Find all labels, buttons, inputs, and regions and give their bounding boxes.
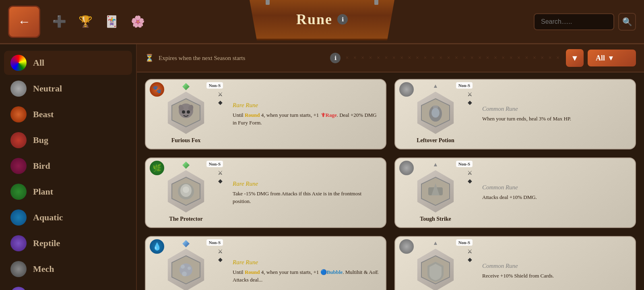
card-hex-4 xyxy=(415,170,457,213)
card-right-icons-3: ⚔ ◆ xyxy=(218,170,223,184)
sidebar-label-aquatic: Aquatic xyxy=(33,212,63,223)
search-input[interactable] xyxy=(534,13,614,30)
sidebar-item-plant[interactable]: Plant xyxy=(4,180,132,204)
card-description-furious-fox: Until Round 4, when your turn starts, +1… xyxy=(233,111,379,127)
sidebar-circle-bird xyxy=(10,158,27,174)
top-nav: ← ➕ 🏆 🃏 🌸 Rune ℹ 🔍 xyxy=(0,0,644,44)
sidebar-circle-aquatic xyxy=(10,209,27,226)
card-sword-icon-3: ⚔ xyxy=(218,170,223,176)
leftover-potion-art xyxy=(419,97,452,129)
sidebar-item-dawn[interactable]: Dawn xyxy=(4,283,132,290)
svg-point-19 xyxy=(188,267,191,270)
card-sword-icon-5: ⚔ xyxy=(218,248,223,255)
card-name-leftover-potion: Leftover Potion xyxy=(417,137,454,144)
back-button[interactable]: ← xyxy=(8,6,40,38)
sidebar-item-reptile[interactable]: Reptile xyxy=(4,231,132,255)
card-badge-3: Non-S xyxy=(206,161,223,167)
sidebar-label-plant: Plant xyxy=(33,186,53,197)
card-description-the-protector: Take -15% DMG from Attacks if this Axie … xyxy=(233,190,379,205)
card-up-arrow-2: ▲ xyxy=(433,83,438,89)
cards-grid: 🐾 Non-S ⚔ ◆ xyxy=(137,72,644,290)
card-badge-1: Non-S xyxy=(206,82,223,89)
card-hex-image-1 xyxy=(164,91,208,135)
card-rarity-shield-wall: Common Rune xyxy=(482,263,629,269)
card-diamond-icon-1: ◆ xyxy=(218,99,223,106)
filter-controls: ▼ All ▾ xyxy=(566,49,636,67)
sidebar-circle-bug xyxy=(10,132,27,148)
card-hex-image-3 xyxy=(164,169,208,213)
card-rarity-leftover-potion: Common Rune xyxy=(482,106,629,112)
card-hex-3 xyxy=(165,170,207,213)
card-up-arrow-6: ▲ xyxy=(433,240,438,246)
search-area: 🔍 xyxy=(534,13,636,31)
sidebar-label-bug: Bug xyxy=(33,135,48,145)
card-rarity-furious-fox: Rare Rune xyxy=(233,102,379,109)
back-arrow-icon: ← xyxy=(18,14,31,29)
sidebar-circle-mech xyxy=(10,261,27,277)
card-badge-4: Non-S xyxy=(456,161,473,167)
sidebar-item-aquatic[interactable]: Aquatic xyxy=(4,205,132,230)
expires-icon: ⏳ xyxy=(145,54,154,62)
card-rarity-the-protector: Rare Rune xyxy=(233,180,379,187)
sidebar-item-beast[interactable]: Beast xyxy=(4,102,132,126)
trophy-icon[interactable]: 🏆 xyxy=(78,15,93,28)
sidebar-item-bird[interactable]: Bird xyxy=(4,154,132,178)
filter-bar: ⏳ Expires when the next Season starts ℹ … xyxy=(137,44,644,72)
card-type-icon-neutral-3 xyxy=(399,239,414,254)
sidebar-item-all[interactable]: All xyxy=(4,51,132,75)
card-left-tough-strike: ▲ Non-S ⚔ ◆ xyxy=(395,158,476,227)
svg-point-13 xyxy=(183,186,189,193)
svg-point-4 xyxy=(182,110,185,114)
card-gem-blue xyxy=(182,240,190,247)
svg-point-9 xyxy=(431,108,440,118)
filter-button[interactable]: ▼ xyxy=(566,49,584,67)
sidebar-item-bug[interactable]: Bug xyxy=(4,128,132,152)
sidebar-label-reptile: Reptile xyxy=(33,238,60,249)
svg-point-20 xyxy=(182,271,187,276)
card-sword-icon-2: ⚔ xyxy=(467,91,473,98)
all-dropdown[interactable]: All ▾ xyxy=(588,50,636,66)
card-sword-icon-1: ⚔ xyxy=(218,91,223,98)
card-desc-bubble-wrap: Rare Rune Until Round 4, when your turn … xyxy=(226,237,386,290)
card-diamond-icon-4: ◆ xyxy=(468,178,472,184)
card-desc-tough-strike: Common Rune Attacks deal +10% DMG. xyxy=(476,158,635,227)
card-description-shield-wall: Receive +10% Shield from Cards. xyxy=(482,272,629,280)
card-type-icon-beast: 🐾 xyxy=(150,82,164,97)
card-desc-the-protector: Rare Rune Take -15% DMG from Attacks if … xyxy=(226,158,386,227)
card-sword-icon-6: ⚔ xyxy=(467,248,473,255)
card-type-icon-aquatic: 💧 xyxy=(150,239,164,254)
card-description-bubble-wrap: Until Round 4, when your turn starts, +1… xyxy=(233,268,379,284)
expires-text: Expires when the next Season starts xyxy=(159,55,325,62)
title-info-icon[interactable]: ℹ xyxy=(337,14,348,25)
highlight-round: Round xyxy=(245,112,260,118)
highlight-bubble: 🔵Bubble xyxy=(320,269,343,275)
sidebar-circle-beast xyxy=(10,106,27,122)
card-desc-shield-wall: Common Rune Receive +10% Shield from Car… xyxy=(476,237,635,290)
svg-point-5 xyxy=(187,110,190,114)
sidebar: All Neutral Beast Bug Bird Plant Aquatic xyxy=(0,44,137,290)
card-description-tough-strike: Attacks deal +10% DMG. xyxy=(482,193,629,201)
dropdown-arrow-icon: ▾ xyxy=(609,54,613,62)
card-gem-green-3 xyxy=(182,162,190,169)
card-left-the-protector: 🌿 Non-S ⚔ ◆ xyxy=(146,158,226,227)
rune-card-shield-wall: ▲ Non-S ⚔ ◆ xyxy=(394,236,636,290)
shield-wall-art xyxy=(419,254,452,286)
sidebar-item-neutral[interactable]: Neutral xyxy=(4,77,132,101)
search-button[interactable]: 🔍 xyxy=(618,13,636,31)
card-name-tough-strike: Tough Strike xyxy=(420,216,451,222)
card-hex-image-6 xyxy=(413,248,458,290)
sidebar-circle-all xyxy=(10,55,27,71)
card-hex-image-5 xyxy=(164,248,208,290)
cards-icon[interactable]: 🃏 xyxy=(105,15,119,28)
sidebar-label-mech: Mech xyxy=(33,264,54,274)
highlight-rage: 🗡Rage xyxy=(320,112,337,118)
filter-info-icon[interactable]: ℹ xyxy=(330,53,341,63)
add-icon[interactable]: ➕ xyxy=(52,15,66,28)
card-right-icons-1: ⚔ ◆ xyxy=(218,91,223,106)
card-diamond-icon-6: ◆ xyxy=(468,256,472,263)
rune-card-furious-fox: 🐾 Non-S ⚔ ◆ xyxy=(145,79,386,149)
tough-strike-art xyxy=(419,175,452,207)
rune-card-leftover-potion: ▲ Non-S ⚔ ◆ xyxy=(394,79,636,149)
sidebar-item-mech[interactable]: Mech xyxy=(4,257,132,281)
flower-icon[interactable]: 🌸 xyxy=(131,15,145,28)
